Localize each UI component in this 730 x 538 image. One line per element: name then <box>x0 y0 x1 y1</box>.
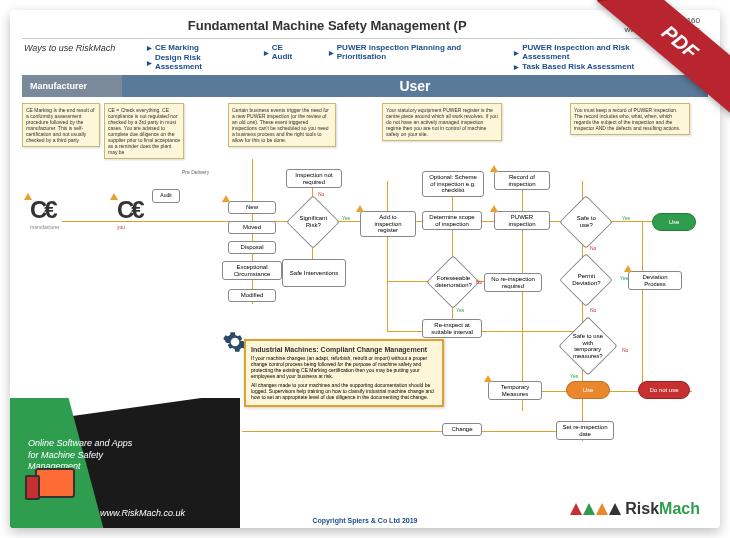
callout-body-2: All changes made to your machines and th… <box>251 382 437 400</box>
logo-text: RiskMach <box>625 500 700 518</box>
node-deviation-process: Deviation Process <box>628 271 682 290</box>
node-foreseeable: Foreseeable deterioration? <box>426 255 480 309</box>
label-no: No <box>590 307 596 313</box>
warning-icon <box>490 165 498 172</box>
label-pre-delivery: Pre Delivery <box>182 169 209 175</box>
phone-icon <box>25 475 40 500</box>
ways-group-1: CE Marking Design Risk Assessment <box>147 43 234 71</box>
ways-item: Design Risk Assessment <box>147 53 234 71</box>
ce-sub-manufacturer: manufacturer <box>30 224 59 230</box>
label-yes: Yes <box>342 215 350 221</box>
node-record-inspection: Record of inspection <box>494 171 550 190</box>
node-puwer-inspection: PUWER inspection <box>494 211 550 230</box>
info-ce-audit: CE = Check everything. CE compliance is … <box>104 103 184 159</box>
node-change: Change <box>442 423 482 436</box>
promo-panel: Online Software and Apps for Machine Saf… <box>10 398 240 528</box>
node-safe-interventions: Safe Interventions <box>282 259 346 287</box>
label-no: No <box>622 347 628 353</box>
warning-icon <box>624 265 632 272</box>
logo-mach: Mach <box>659 500 700 517</box>
flow-line <box>642 221 643 391</box>
label-yes: Yes <box>620 275 628 281</box>
ways-group-2: PUWER inspection Planning and Prioritisa… <box>329 43 484 61</box>
node-reinspect-interval: Re-inspect at suitable interval <box>422 319 482 338</box>
ways-item: PUWER inspection Planning and Prioritisa… <box>329 43 484 61</box>
label-yes: Yes <box>456 307 464 313</box>
callout-body-1: If your machine changes (an adapt, refur… <box>251 355 437 379</box>
node-moved: Moved <box>228 221 276 234</box>
warning-icon <box>490 205 498 212</box>
label-yes: Yes <box>622 215 630 221</box>
logo-risk: Risk <box>625 500 659 517</box>
flow-line <box>387 181 388 331</box>
node-optional-scheme: Optional: Scheme of inspection e.g. chec… <box>422 171 484 197</box>
node-do-not-use: Do not use <box>638 381 690 399</box>
triangle-icon <box>596 503 608 515</box>
ways-item: CE Audit <box>264 43 299 61</box>
node-modified: Modified <box>228 289 276 302</box>
ways-item: Task Based Risk Assessment <box>514 62 653 71</box>
warning-icon <box>356 205 364 212</box>
triangle-icon <box>570 503 582 515</box>
tablet-icon <box>35 468 75 498</box>
node-exceptional: Exceptional Circumstance <box>222 261 282 280</box>
callout-change-mgmt: Industrial Machines: Compliant Change Ma… <box>244 339 444 407</box>
copyright: Copyright Spiers & Co Ltd 2019 <box>312 517 417 524</box>
node-no-reinspection: No re-inspection required <box>484 273 542 292</box>
label-yes: Yes <box>570 373 578 379</box>
ce-mark-icon: C€you <box>117 196 142 230</box>
node-not-required: Inspection not required <box>286 169 342 188</box>
band-manufacturer: Manufacturer <box>22 75 122 97</box>
flow-line <box>242 431 602 432</box>
ribbon-text: PDF <box>657 20 702 63</box>
node-safe-temp: Safe to use with temporary measures? <box>558 316 617 375</box>
info-puwer-trigger: Certain business events trigger the need… <box>228 103 336 147</box>
node-temp-measures: Temporary Measures <box>488 381 542 400</box>
ways-row: Ways to use RiskMach CE Marking Design R… <box>10 39 720 73</box>
flow-line <box>387 331 587 332</box>
riskmach-logo: RiskMach <box>570 500 700 518</box>
devices-icon <box>25 463 95 503</box>
info-puwer-record: You must keep a record of PUWER inspecti… <box>570 103 690 135</box>
ways-label: Ways to use RiskMach <box>24 43 117 53</box>
warning-icon <box>484 375 492 382</box>
warning-icon <box>222 195 230 202</box>
warning-icon <box>110 193 118 200</box>
node-permit-deviation: Permit Deviation? <box>559 253 613 307</box>
node-safe-to-use: Safe to use? <box>559 195 613 249</box>
warning-icon <box>24 193 32 200</box>
node-use-caution: Use <box>566 381 610 399</box>
node-significant-risk: Significant Risk? <box>286 195 340 249</box>
ways-group-1b: CE Audit <box>264 43 299 61</box>
triangle-icon <box>609 503 621 515</box>
node-new: New <box>228 201 276 214</box>
role-band: Manufacturer User <box>22 75 708 97</box>
page-title: Fundamental Machine Safety Management (P <box>30 18 624 33</box>
ways-item: CE Marking <box>147 43 234 52</box>
node-set-reinspection: Set re-inspection date <box>556 421 614 440</box>
logo-triangles-icon <box>570 503 621 515</box>
promo-url: www.RiskMach.co.uk <box>100 508 185 518</box>
info-ce-marking: CE Marking is the end result of a confor… <box>22 103 100 147</box>
triangle-icon <box>583 503 595 515</box>
ce-sub-you: you <box>117 224 142 230</box>
ways-item: PUWER Inspection and Risk Assessment <box>514 43 653 61</box>
ways-group-3: PUWER Inspection and Risk Assessment Tas… <box>514 43 653 71</box>
info-puwer-register: Your statutory equipment PUWER register … <box>382 103 502 141</box>
document-page: Fundamental Machine Safety Management (P… <box>10 10 720 528</box>
node-use: Use <box>652 213 696 231</box>
ce-mark-icon: C€manufacturer <box>30 196 59 230</box>
label-no: No <box>318 191 324 197</box>
node-disposal: Disposal <box>228 241 276 254</box>
band-user: User <box>122 75 708 97</box>
node-determine-scope: Determine scope of inspection <box>422 211 482 230</box>
node-audit: Audit <box>152 189 180 203</box>
node-add-register: Add to inspection register <box>360 211 416 237</box>
label-no: No <box>590 245 596 251</box>
callout-title: Industrial Machines: Compliant Change Ma… <box>251 346 437 353</box>
label-no: No <box>476 279 482 285</box>
